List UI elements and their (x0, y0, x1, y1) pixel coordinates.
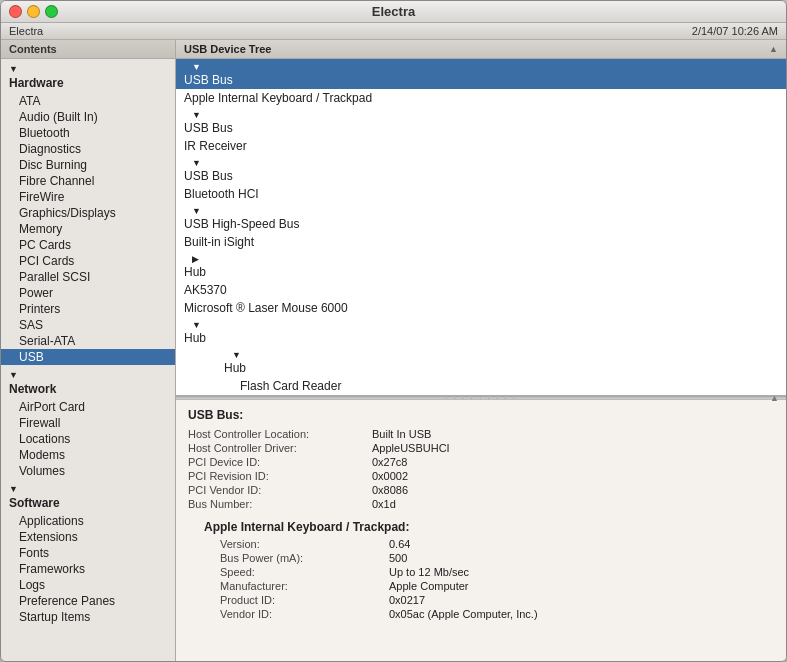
info-value-1: AppleUSBUHCI (372, 442, 774, 454)
usb-item-6[interactable]: ▼USB High-Speed Bus (176, 203, 786, 233)
info-value-5: 0x1d (372, 498, 774, 510)
sidebar-item-logs[interactable]: Logs (1, 577, 175, 593)
info-label-4: PCI Vendor ID: (188, 484, 368, 496)
sidebar-section-network[interactable]: ▼Network (1, 365, 175, 399)
info-label-2: PCI Device ID: (188, 456, 368, 468)
sidebar-item-airport[interactable]: AirPort Card (1, 399, 175, 415)
sidebar-item-serial-ata[interactable]: Serial-ATA (1, 333, 175, 349)
usb-tree-panel: USB Device Tree ▲ ▼USB Bus Apple Interna… (176, 40, 786, 396)
sidebar-item-fibre-channel[interactable]: Fibre Channel (1, 173, 175, 189)
info-subgrid: Version: 0.64 Bus Power (mA): 500 Speed:… (188, 538, 774, 620)
sidebar-section-software[interactable]: ▼Software (1, 479, 175, 513)
usb-tree-header: USB Device Tree ▲ (176, 40, 786, 59)
sidebar-section-hardware[interactable]: ▼Hardware (1, 59, 175, 93)
sidebar: Contents ▼Hardware ATA Audio (Built In) … (1, 40, 176, 661)
sub-value-2: Up to 12 Mb/sec (389, 566, 774, 578)
sidebar-item-fonts[interactable]: Fonts (1, 545, 175, 561)
datetime: 2/14/07 10:26 AM (692, 25, 778, 37)
appbar: Electra 2/14/07 10:26 AM (1, 23, 786, 40)
info-label-3: PCI Revision ID: (188, 470, 368, 482)
info-subsection-title: Apple Internal Keyboard / Trackpad: (188, 520, 774, 534)
close-button[interactable] (9, 5, 22, 18)
sidebar-item-pc-cards[interactable]: PC Cards (1, 237, 175, 253)
sub-value-3: Apple Computer (389, 580, 774, 592)
info-section-title: USB Bus: (188, 408, 774, 422)
sidebar-item-diagnostics[interactable]: Diagnostics (1, 141, 175, 157)
sidebar-item-startup-items[interactable]: Startup Items (1, 609, 175, 625)
usb-item-12[interactable]: ▼Hub (176, 347, 786, 377)
usb-tree-content[interactable]: ▼USB Bus Apple Internal Keyboard / Track… (176, 59, 786, 395)
info-label-0: Host Controller Location: (188, 428, 368, 440)
usb-item-8[interactable]: ▶Hub (176, 251, 786, 281)
main-content: Contents ▼Hardware ATA Audio (Built In) … (1, 40, 786, 661)
window-title: Electra (372, 4, 415, 19)
usb-item-10[interactable]: Microsoft ® Laser Mouse 6000 (176, 299, 786, 317)
sidebar-item-pci-cards[interactable]: PCI Cards (1, 253, 175, 269)
sidebar-item-graphics[interactable]: Graphics/Displays (1, 205, 175, 221)
info-value-4: 0x8086 (372, 484, 774, 496)
usb-item-11[interactable]: ▼Hub (176, 317, 786, 347)
sidebar-item-preference-panes[interactable]: Preference Panes (1, 593, 175, 609)
sidebar-item-volumes[interactable]: Volumes (1, 463, 175, 479)
usb-item-0[interactable]: ▼USB Bus (176, 59, 786, 89)
usb-item-13[interactable]: Flash Card Reader (176, 377, 786, 395)
sidebar-item-disc-burning[interactable]: Disc Burning (1, 157, 175, 173)
sidebar-item-locations[interactable]: Locations (1, 431, 175, 447)
sub-label-3: Manufacturer: (220, 580, 385, 592)
sidebar-item-firewire[interactable]: FireWire (1, 189, 175, 205)
sub-label-4: Product ID: (220, 594, 385, 606)
info-value-2: 0x27c8 (372, 456, 774, 468)
sub-label-2: Speed: (220, 566, 385, 578)
usb-item-7[interactable]: Built-in iSight (176, 233, 786, 251)
sidebar-item-firewall[interactable]: Firewall (1, 415, 175, 431)
sidebar-item-power[interactable]: Power (1, 285, 175, 301)
sub-value-4: 0x0217 (389, 594, 774, 606)
app-name: Electra (9, 25, 43, 37)
sub-value-0: 0.64 (389, 538, 774, 550)
info-label-5: Bus Number: (188, 498, 368, 510)
sidebar-item-audio[interactable]: Audio (Built In) (1, 109, 175, 125)
right-panel: USB Device Tree ▲ ▼USB Bus Apple Interna… (176, 40, 786, 661)
info-grid: Host Controller Location: Built In USB H… (188, 428, 774, 510)
usb-item-2[interactable]: ▼USB Bus (176, 107, 786, 137)
usb-item-5[interactable]: Bluetooth HCI (176, 185, 786, 203)
sub-value-1: 500 (389, 552, 774, 564)
sub-label-1: Bus Power (mA): (220, 552, 385, 564)
sidebar-item-applications[interactable]: Applications (1, 513, 175, 529)
sidebar-item-sas[interactable]: SAS (1, 317, 175, 333)
info-value-3: 0x0002 (372, 470, 774, 482)
sidebar-item-frameworks[interactable]: Frameworks (1, 561, 175, 577)
sidebar-header: Contents (1, 40, 175, 59)
sub-label-5: Vendor ID: (220, 608, 385, 620)
usb-item-9[interactable]: AK5370 (176, 281, 786, 299)
sidebar-item-parallel-scsi[interactable]: Parallel SCSI (1, 269, 175, 285)
sidebar-item-memory[interactable]: Memory (1, 221, 175, 237)
info-label-1: Host Controller Driver: (188, 442, 368, 454)
sidebar-item-extensions[interactable]: Extensions (1, 529, 175, 545)
info-value-0: Built In USB (372, 428, 774, 440)
sidebar-item-modems[interactable]: Modems (1, 447, 175, 463)
usb-item-1[interactable]: Apple Internal Keyboard / Trackpad (176, 89, 786, 107)
minimize-button[interactable] (27, 5, 40, 18)
titlebar-buttons (9, 5, 58, 18)
sidebar-item-printers[interactable]: Printers (1, 301, 175, 317)
sidebar-item-ata[interactable]: ATA (1, 93, 175, 109)
sidebar-item-usb[interactable]: USB (1, 349, 175, 365)
sidebar-item-bluetooth[interactable]: Bluetooth (1, 125, 175, 141)
maximize-button[interactable] (45, 5, 58, 18)
main-window: Electra Electra 2/14/07 10:26 AM Content… (0, 0, 787, 662)
sub-label-0: Version: (220, 538, 385, 550)
usb-item-3[interactable]: IR Receiver (176, 137, 786, 155)
info-panel: USB Bus: Host Controller Location: Built… (176, 400, 786, 661)
titlebar: Electra (1, 1, 786, 23)
usb-item-4[interactable]: ▼USB Bus (176, 155, 786, 185)
sub-value-5: 0x05ac (Apple Computer, Inc.) (389, 608, 774, 620)
sidebar-tree[interactable]: ▼Hardware ATA Audio (Built In) Bluetooth… (1, 59, 175, 661)
